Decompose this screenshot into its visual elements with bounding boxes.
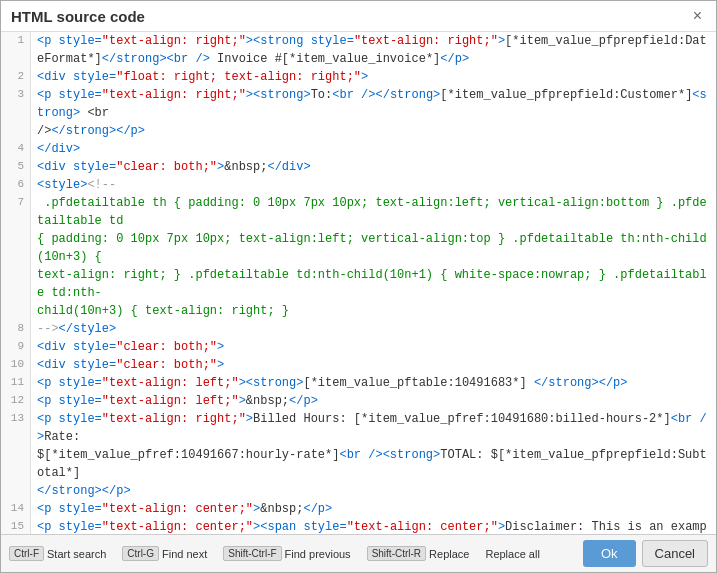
line-content: <p style="text-align: right;"><strong st… xyxy=(31,32,716,68)
line-number: 9 xyxy=(1,338,31,356)
line-content: <p style="text-align: left;"><strong>[*i… xyxy=(31,374,716,392)
line-content: <div style="clear: both;">&nbsp;</div> xyxy=(31,158,716,176)
table-row: 2<div style="float: right; text-align: r… xyxy=(1,68,716,86)
table-row: 4</div> xyxy=(1,140,716,158)
code-editor[interactable]: 1<p style="text-align: right;"><strong s… xyxy=(1,32,716,534)
table-row: 8--></style> xyxy=(1,320,716,338)
line-content: <p style="text-align: center;"><span sty… xyxy=(31,518,716,534)
table-row: 6<style><!-- xyxy=(1,176,716,194)
line-content: <div style="clear: both;"> xyxy=(31,338,716,356)
line-number: 2 xyxy=(1,68,31,86)
line-number: 13 xyxy=(1,410,31,500)
line-number: 4 xyxy=(1,140,31,158)
table-row: 1<p style="text-align: right;"><strong s… xyxy=(1,32,716,68)
replace-all-label: Replace all xyxy=(485,548,539,560)
dialog-actions: Ok Cancel xyxy=(583,540,708,567)
table-row: 5<div style="clear: both;">&nbsp;</div> xyxy=(1,158,716,176)
line-number: 8 xyxy=(1,320,31,338)
line-number: 3 xyxy=(1,86,31,140)
line-number: 14 xyxy=(1,500,31,518)
table-row: 3<p style="text-align: right;"><strong>T… xyxy=(1,86,716,140)
table-row: 12<p style="text-align: left;">&nbsp;</p… xyxy=(1,392,716,410)
shortcut-find: Ctrl-F Start search xyxy=(9,546,106,561)
bottom-toolbar: Ctrl-F Start search Ctrl-G Find next Shi… xyxy=(1,534,716,572)
title-bar: HTML source code × xyxy=(1,1,716,32)
line-content: <div style="clear: both;"> xyxy=(31,356,716,374)
line-content: <p style="text-align: center;">&nbsp;</p… xyxy=(31,500,716,518)
line-content: <p style="text-align: right;"><strong>To… xyxy=(31,86,716,140)
line-number: 10 xyxy=(1,356,31,374)
ctrl-g-key: Ctrl-G xyxy=(122,546,159,561)
ctrl-f-key: Ctrl-F xyxy=(9,546,44,561)
dialog-title: HTML source code xyxy=(11,8,145,25)
line-content: <style><!-- xyxy=(31,176,716,194)
ok-button[interactable]: Ok xyxy=(583,540,636,567)
table-row: 9<div style="clear: both;"> xyxy=(1,338,716,356)
html-source-dialog: HTML source code × 1<p style="text-align… xyxy=(0,0,717,573)
line-content: <p style="text-align: left;">&nbsp;</p> xyxy=(31,392,716,410)
line-content: <div style="float: right; text-align: ri… xyxy=(31,68,716,86)
table-row: 7 .pfdetailtable th { padding: 0 10px 7p… xyxy=(1,194,716,320)
table-row: 10<div style="clear: both;"> xyxy=(1,356,716,374)
table-row: 11<p style="text-align: left;"><strong>[… xyxy=(1,374,716,392)
line-content: <p style="text-align: right;">Billed Hou… xyxy=(31,410,716,500)
line-number: 11 xyxy=(1,374,31,392)
line-number: 1 xyxy=(1,32,31,68)
close-button[interactable]: × xyxy=(689,7,706,25)
line-content: .pfdetailtable th { padding: 0 10px 7px … xyxy=(31,194,716,320)
shortcut-find-next: Ctrl-G Find next xyxy=(122,546,207,561)
shift-ctrl-r-key: Shift-Ctrl-R xyxy=(367,546,426,561)
shortcut-replace-all: Replace all xyxy=(485,548,539,560)
line-number: 15 xyxy=(1,518,31,534)
line-number: 7 xyxy=(1,194,31,320)
cancel-button[interactable]: Cancel xyxy=(642,540,708,567)
code-lines: 1<p style="text-align: right;"><strong s… xyxy=(1,32,716,534)
line-number: 12 xyxy=(1,392,31,410)
replace-label: Replace xyxy=(429,548,469,560)
table-row: 15<p style="text-align: center;"><span s… xyxy=(1,518,716,534)
shortcut-find-prev: Shift-Ctrl-F Find previous xyxy=(223,546,350,561)
start-search-label: Start search xyxy=(47,548,106,560)
shortcut-replace: Shift-Ctrl-R Replace xyxy=(367,546,470,561)
shift-ctrl-f-key: Shift-Ctrl-F xyxy=(223,546,281,561)
line-number: 6 xyxy=(1,176,31,194)
find-previous-label: Find previous xyxy=(285,548,351,560)
table-row: 13<p style="text-align: right;">Billed H… xyxy=(1,410,716,500)
line-number: 5 xyxy=(1,158,31,176)
find-next-label: Find next xyxy=(162,548,207,560)
table-row: 14<p style="text-align: center;">&nbsp;<… xyxy=(1,500,716,518)
line-content: </div> xyxy=(31,140,716,158)
line-content: --></style> xyxy=(31,320,716,338)
